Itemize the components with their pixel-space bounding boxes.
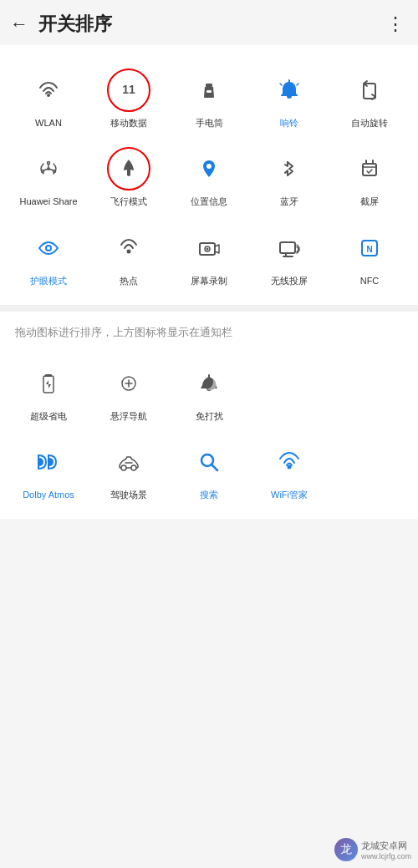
wlan-label: WLAN — [35, 117, 62, 129]
airplane-icon — [115, 155, 142, 182]
mobile-data-icon-circle: 11 — [107, 69, 150, 112]
svg-point-27 — [288, 465, 292, 470]
icon-wireless-display[interactable]: 无线投屏 — [249, 218, 329, 297]
icon-flashlight[interactable]: 手电筒 — [169, 60, 249, 139]
super-save-icon — [35, 370, 62, 397]
icon-airplane[interactable]: 飞行模式 — [89, 139, 169, 217]
icon-huawei-share[interactable]: Huawei Share — [8, 139, 89, 217]
svg-point-0 — [47, 94, 50, 97]
no-disturb-icon-circle — [187, 362, 231, 405]
svg-point-6 — [48, 162, 50, 165]
no-disturb-label: 免打扰 — [196, 410, 223, 422]
inactive-icons-section: 拖动图标进行排序，上方图标将显示在通知栏 超级省电 悬 — [0, 312, 418, 520]
wireless-display-icon — [276, 235, 303, 261]
airplane-label: 飞行模式 — [110, 195, 147, 207]
float-nav-icon — [115, 370, 142, 397]
screen-record-icon — [196, 235, 222, 261]
watermark-line2: www.lcjrfg.com — [361, 852, 411, 860]
huawei-share-icon — [35, 155, 62, 182]
auto-rotate-icon-circle — [348, 69, 391, 112]
wlan-icon-circle — [27, 69, 70, 112]
icon-screen-record[interactable]: 屏幕录制 — [169, 218, 249, 297]
search-icon-circle — [187, 440, 231, 484]
watermark: 龙 龙城安卓网 www.lcjrfg.com — [334, 838, 411, 861]
flashlight-label: 手电筒 — [196, 117, 223, 129]
svg-text:11: 11 — [122, 83, 135, 96]
bluetooth-icon-circle — [268, 147, 311, 190]
icon-mobile-data[interactable]: 11 移动数据 — [89, 60, 169, 139]
super-save-icon-circle — [27, 362, 70, 405]
watermark-logo: 龙 — [334, 838, 358, 861]
svg-text:N: N — [366, 245, 372, 254]
svg-rect-3 — [206, 90, 212, 93]
screenshot-label: 截屏 — [360, 195, 379, 207]
float-nav-icon-circle — [107, 362, 150, 405]
screen-record-label: 屏幕录制 — [191, 275, 227, 287]
watermark-line1: 龙城安卓网 — [361, 840, 411, 852]
svg-point-12 — [47, 246, 50, 250]
section-divider — [0, 305, 418, 312]
location-icon — [196, 155, 222, 182]
huawei-share-label: Huawei Share — [19, 195, 77, 207]
ringtone-label: 响铃 — [280, 117, 298, 129]
icon-ringtone[interactable]: 响铃 — [249, 60, 329, 139]
icon-no-disturb[interactable]: 免打扰 — [169, 353, 249, 432]
wifi-manager-icon-circle — [268, 440, 311, 484]
eye-care-label: 护眼模式 — [30, 275, 67, 287]
active-icons-section: WLAN 11 移动数据 手电筒 — [0, 45, 418, 305]
wlan-icon — [35, 77, 62, 104]
header: ← 开关排序 ⋮ — [0, 0, 418, 45]
bluetooth-icon — [276, 155, 303, 182]
bluetooth-label: 蓝牙 — [280, 195, 298, 207]
super-save-label: 超级省电 — [30, 410, 67, 422]
icon-drive-scene[interactable]: 驾驶场景 — [89, 432, 169, 510]
icon-auto-rotate[interactable]: 自动旋转 — [329, 60, 410, 139]
dolby-icon-circle — [27, 440, 70, 484]
wifi-manager-icon — [276, 449, 303, 475]
icon-nfc[interactable]: N NFC — [329, 218, 410, 297]
hotspot-label: 热点 — [120, 275, 138, 287]
ringtone-icon-circle — [268, 69, 311, 112]
svg-point-14 — [128, 251, 130, 252]
more-button[interactable]: ⋮ — [386, 13, 405, 35]
icon-search[interactable]: 搜索 — [169, 432, 249, 510]
icon-hotspot[interactable]: 热点 — [89, 218, 169, 297]
icon-float-nav[interactable]: 悬浮导航 — [89, 353, 169, 432]
icon-super-save[interactable]: 超级省电 — [8, 353, 89, 432]
no-disturb-icon — [196, 370, 222, 397]
screenshot-icon — [356, 155, 383, 182]
search-label: 搜索 — [200, 489, 218, 500]
icon-bluetooth[interactable]: 蓝牙 — [249, 139, 329, 217]
icon-location[interactable]: 位置信息 — [169, 139, 249, 217]
svg-point-24 — [121, 465, 126, 470]
icon-screenshot[interactable]: 截屏 — [329, 139, 410, 217]
nfc-icon-circle: N — [348, 226, 391, 270]
svg-point-9 — [206, 164, 212, 169]
drive-scene-icon-circle — [107, 440, 150, 484]
nfc-label: NFC — [360, 275, 380, 287]
svg-point-17 — [206, 247, 209, 250]
back-button[interactable]: ← — [10, 13, 28, 35]
wireless-display-icon-circle — [268, 226, 311, 270]
airplane-icon-circle — [107, 147, 150, 190]
svg-rect-21 — [43, 376, 54, 393]
page-title: 开关排序 — [38, 12, 386, 37]
mobile-data-label: 移动数据 — [110, 117, 147, 129]
icon-wlan[interactable]: WLAN — [8, 60, 89, 139]
huawei-share-icon-circle — [27, 147, 70, 190]
icon-wifi-manager[interactable]: WiFi管家 — [249, 432, 329, 510]
icon-eye-care[interactable]: 护眼模式 — [8, 218, 89, 297]
flashlight-icon-circle — [187, 69, 231, 112]
dolby-icon — [32, 449, 65, 475]
icon-dolby[interactable]: Dolby Atmos — [8, 432, 89, 510]
nfc-icon: N — [356, 235, 383, 261]
svg-rect-2 — [206, 84, 212, 87]
eye-care-icon — [35, 235, 62, 261]
svg-rect-18 — [280, 242, 295, 253]
auto-rotate-icon — [356, 77, 383, 104]
svg-rect-22 — [45, 374, 52, 377]
hint-text: 拖动图标进行排序，上方图标将显示在通知栏 — [8, 325, 410, 353]
icon-placeholder2 — [329, 353, 410, 432]
svg-point-25 — [131, 465, 136, 470]
wifi-manager-label: WiFi管家 — [271, 489, 308, 500]
